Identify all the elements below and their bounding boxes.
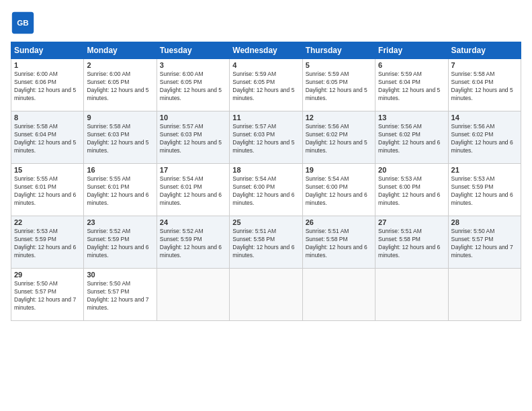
calendar-cell bbox=[302, 269, 375, 321]
calendar-cell: 20 Sunrise: 5:53 AM Sunset: 6:00 PM Dayl… bbox=[375, 164, 448, 216]
calendar-cell: 13 Sunrise: 5:56 AM Sunset: 6:02 PM Dayl… bbox=[375, 111, 448, 164]
day-detail: Sunrise: 5:51 AM Sunset: 5:58 PM Dayligh… bbox=[306, 228, 372, 260]
day-header-thursday: Thursday bbox=[302, 42, 375, 59]
day-detail: Sunrise: 5:54 AM Sunset: 6:01 PM Dayligh… bbox=[160, 175, 226, 208]
day-detail: Sunrise: 5:58 AM Sunset: 6:04 PM Dayligh… bbox=[451, 71, 518, 103]
day-number: 24 bbox=[160, 218, 226, 226]
calendar-cell bbox=[375, 269, 448, 321]
day-detail: Sunrise: 5:51 AM Sunset: 5:58 PM Dayligh… bbox=[378, 228, 445, 260]
day-detail: Sunrise: 5:57 AM Sunset: 6:03 PM Dayligh… bbox=[232, 123, 299, 155]
day-number: 19 bbox=[306, 166, 372, 174]
day-detail: Sunrise: 5:56 AM Sunset: 6:02 PM Dayligh… bbox=[306, 123, 372, 155]
day-detail: Sunrise: 5:50 AM Sunset: 5:57 PM Dayligh… bbox=[87, 280, 153, 312]
day-number: 14 bbox=[451, 113, 518, 122]
day-detail: Sunrise: 5:59 AM Sunset: 6:04 PM Dayligh… bbox=[378, 71, 445, 103]
calendar-cell: 1 Sunrise: 6:00 AM Sunset: 6:06 PM Dayli… bbox=[11, 59, 84, 111]
calendar-cell bbox=[230, 269, 302, 321]
day-number: 21 bbox=[451, 166, 518, 174]
day-detail: Sunrise: 5:53 AM Sunset: 5:59 PM Dayligh… bbox=[14, 228, 81, 260]
day-detail: Sunrise: 5:52 AM Sunset: 5:59 PM Dayligh… bbox=[87, 228, 153, 260]
day-detail: Sunrise: 5:58 AM Sunset: 6:03 PM Dayligh… bbox=[87, 123, 153, 155]
day-detail: Sunrise: 5:50 AM Sunset: 5:57 PM Dayligh… bbox=[451, 228, 518, 260]
day-detail: Sunrise: 5:56 AM Sunset: 6:02 PM Dayligh… bbox=[451, 123, 518, 155]
day-detail: Sunrise: 6:00 AM Sunset: 6:05 PM Dayligh… bbox=[87, 71, 153, 103]
calendar-cell: 6 Sunrise: 5:59 AM Sunset: 6:04 PM Dayli… bbox=[375, 59, 448, 111]
svg-text:GB: GB bbox=[17, 18, 29, 27]
page-header: GB bbox=[11, 11, 521, 35]
day-number: 11 bbox=[232, 113, 299, 122]
day-detail: Sunrise: 5:53 AM Sunset: 5:59 PM Dayligh… bbox=[451, 175, 518, 208]
calendar-cell: 3 Sunrise: 6:00 AM Sunset: 6:05 PM Dayli… bbox=[157, 59, 229, 111]
day-number: 30 bbox=[87, 271, 153, 279]
day-number: 7 bbox=[451, 61, 518, 69]
day-detail: Sunrise: 5:50 AM Sunset: 5:57 PM Dayligh… bbox=[14, 280, 81, 312]
day-number: 20 bbox=[378, 166, 445, 174]
calendar-cell: 25 Sunrise: 5:51 AM Sunset: 5:58 PM Dayl… bbox=[230, 216, 302, 269]
calendar-cell: 23 Sunrise: 5:52 AM Sunset: 5:59 PM Dayl… bbox=[84, 216, 157, 269]
calendar-cell: 14 Sunrise: 5:56 AM Sunset: 6:02 PM Dayl… bbox=[448, 111, 521, 164]
day-number: 3 bbox=[160, 61, 226, 69]
day-number: 13 bbox=[378, 113, 445, 122]
day-number: 16 bbox=[87, 166, 153, 174]
day-number: 12 bbox=[306, 113, 372, 122]
calendar-header-row: SundayMondayTuesdayWednesdayThursdayFrid… bbox=[11, 42, 521, 59]
calendar-cell: 11 Sunrise: 5:57 AM Sunset: 6:03 PM Dayl… bbox=[230, 111, 302, 164]
calendar-cell: 24 Sunrise: 5:52 AM Sunset: 5:59 PM Dayl… bbox=[157, 216, 229, 269]
day-detail: Sunrise: 5:53 AM Sunset: 6:00 PM Dayligh… bbox=[378, 175, 445, 208]
day-number: 5 bbox=[306, 61, 372, 69]
day-number: 26 bbox=[306, 218, 372, 226]
day-number: 23 bbox=[87, 218, 153, 226]
day-header-sunday: Sunday bbox=[11, 42, 84, 59]
calendar-cell: 12 Sunrise: 5:56 AM Sunset: 6:02 PM Dayl… bbox=[302, 111, 375, 164]
day-number: 6 bbox=[378, 61, 445, 69]
calendar-cell: 22 Sunrise: 5:53 AM Sunset: 5:59 PM Dayl… bbox=[11, 216, 84, 269]
day-number: 4 bbox=[232, 61, 299, 69]
calendar-cell: 28 Sunrise: 5:50 AM Sunset: 5:57 PM Dayl… bbox=[448, 216, 521, 269]
calendar-table: SundayMondayTuesdayWednesdayThursdayFrid… bbox=[11, 42, 521, 321]
day-number: 2 bbox=[87, 61, 153, 69]
day-header-tuesday: Tuesday bbox=[157, 42, 229, 59]
day-detail: Sunrise: 5:54 AM Sunset: 6:00 PM Dayligh… bbox=[306, 175, 372, 208]
calendar-cell: 9 Sunrise: 5:58 AM Sunset: 6:03 PM Dayli… bbox=[84, 111, 157, 164]
day-number: 29 bbox=[14, 271, 81, 279]
day-detail: Sunrise: 5:55 AM Sunset: 6:01 PM Dayligh… bbox=[14, 175, 81, 208]
calendar-body: 1 Sunrise: 6:00 AM Sunset: 6:06 PM Dayli… bbox=[11, 59, 521, 321]
day-detail: Sunrise: 6:00 AM Sunset: 6:05 PM Dayligh… bbox=[160, 71, 226, 103]
day-detail: Sunrise: 5:56 AM Sunset: 6:02 PM Dayligh… bbox=[378, 123, 445, 155]
day-number: 8 bbox=[14, 113, 81, 122]
calendar-cell: 4 Sunrise: 5:59 AM Sunset: 6:05 PM Dayli… bbox=[230, 59, 302, 111]
calendar-cell: 26 Sunrise: 5:51 AM Sunset: 5:58 PM Dayl… bbox=[302, 216, 375, 269]
day-detail: Sunrise: 5:51 AM Sunset: 5:58 PM Dayligh… bbox=[232, 228, 299, 260]
calendar-week-3: 15 Sunrise: 5:55 AM Sunset: 6:01 PM Dayl… bbox=[11, 164, 521, 216]
day-number: 25 bbox=[232, 218, 299, 226]
calendar-cell: 2 Sunrise: 6:00 AM Sunset: 6:05 PM Dayli… bbox=[84, 59, 157, 111]
day-header-saturday: Saturday bbox=[448, 42, 521, 59]
calendar-cell: 27 Sunrise: 5:51 AM Sunset: 5:58 PM Dayl… bbox=[375, 216, 448, 269]
logo: GB bbox=[11, 11, 39, 35]
calendar-cell bbox=[157, 269, 229, 321]
day-number: 15 bbox=[14, 166, 81, 174]
calendar-cell: 19 Sunrise: 5:54 AM Sunset: 6:00 PM Dayl… bbox=[302, 164, 375, 216]
day-detail: Sunrise: 5:57 AM Sunset: 6:03 PM Dayligh… bbox=[160, 123, 226, 155]
day-detail: Sunrise: 5:59 AM Sunset: 6:05 PM Dayligh… bbox=[232, 71, 299, 103]
calendar-cell: 17 Sunrise: 5:54 AM Sunset: 6:01 PM Dayl… bbox=[157, 164, 229, 216]
day-detail: Sunrise: 5:52 AM Sunset: 5:59 PM Dayligh… bbox=[160, 228, 226, 260]
calendar-cell: 7 Sunrise: 5:58 AM Sunset: 6:04 PM Dayli… bbox=[448, 59, 521, 111]
calendar-cell: 30 Sunrise: 5:50 AM Sunset: 5:57 PM Dayl… bbox=[84, 269, 157, 321]
day-detail: Sunrise: 5:59 AM Sunset: 6:05 PM Dayligh… bbox=[306, 71, 372, 103]
day-detail: Sunrise: 5:58 AM Sunset: 6:04 PM Dayligh… bbox=[14, 123, 81, 155]
calendar-cell: 15 Sunrise: 5:55 AM Sunset: 6:01 PM Dayl… bbox=[11, 164, 84, 216]
calendar-cell: 21 Sunrise: 5:53 AM Sunset: 5:59 PM Dayl… bbox=[448, 164, 521, 216]
calendar-cell: 10 Sunrise: 5:57 AM Sunset: 6:03 PM Dayl… bbox=[157, 111, 229, 164]
day-number: 27 bbox=[378, 218, 445, 226]
calendar-week-5: 29 Sunrise: 5:50 AM Sunset: 5:57 PM Dayl… bbox=[11, 269, 521, 321]
calendar-cell: 29 Sunrise: 5:50 AM Sunset: 5:57 PM Dayl… bbox=[11, 269, 84, 321]
calendar-cell: 5 Sunrise: 5:59 AM Sunset: 6:05 PM Dayli… bbox=[302, 59, 375, 111]
day-number: 22 bbox=[14, 218, 81, 226]
day-number: 9 bbox=[87, 113, 153, 122]
logo-icon: GB bbox=[11, 11, 35, 35]
calendar-cell: 8 Sunrise: 5:58 AM Sunset: 6:04 PM Dayli… bbox=[11, 111, 84, 164]
day-number: 17 bbox=[160, 166, 226, 174]
day-number: 10 bbox=[160, 113, 226, 122]
calendar-cell: 16 Sunrise: 5:55 AM Sunset: 6:01 PM Dayl… bbox=[84, 164, 157, 216]
